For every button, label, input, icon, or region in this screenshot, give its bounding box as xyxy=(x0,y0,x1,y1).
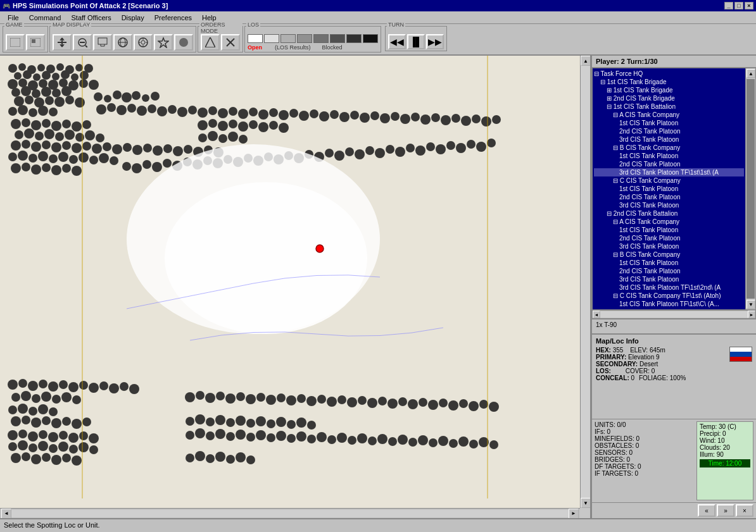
svg-point-167 xyxy=(153,145,163,156)
orders-x-btn[interactable] xyxy=(221,34,240,51)
game-btn-1[interactable] xyxy=(6,34,25,51)
scroll-horizontal-track[interactable] xyxy=(11,510,569,517)
orders-arrow-btn[interactable] xyxy=(201,34,220,51)
turn-pause-btn[interactable]: ▐▌ xyxy=(407,34,425,49)
svg-point-351 xyxy=(58,442,68,452)
oob-item-18[interactable]: ⊟ A CIS Tank Company xyxy=(594,218,744,226)
oob-item-12[interactable]: 3rd CIS Tank Platoon TF\1st\1st\ (A xyxy=(594,168,744,176)
svg-point-169 xyxy=(173,146,183,156)
oob-item-6[interactable]: 1st CIS Tank Platoon xyxy=(594,119,744,127)
oob-item-20[interactable]: 2nd CIS Tank Platoon xyxy=(594,234,744,242)
game-btn-2[interactable] xyxy=(26,34,45,51)
scroll-up-arrow[interactable]: ▲ xyxy=(581,56,591,66)
minimize-button[interactable]: _ xyxy=(724,2,733,9)
oob-item-17[interactable]: ⊟ 2nd CIS Tank Battalion xyxy=(594,209,744,218)
los-color-lightgray[interactable] xyxy=(264,34,279,43)
title-bar-controls[interactable]: _ □ × xyxy=(724,2,753,9)
oob-item-22[interactable]: ⊟ B CIS Tank Company xyxy=(594,251,744,259)
maximize-button[interactable]: □ xyxy=(734,2,743,9)
oob-scroll-down[interactable]: ▼ xyxy=(747,300,755,309)
oob-item-25[interactable]: 3rd CIS Tank Platoon xyxy=(594,275,744,283)
svg-point-141 xyxy=(35,132,44,140)
oob-hscrollbar[interactable]: ◄ ► xyxy=(592,310,756,319)
menu-preferences[interactable]: Preferences xyxy=(149,13,197,23)
svg-point-57 xyxy=(11,88,20,97)
oob-item-13[interactable]: ⊟ C CIS Tank Company xyxy=(594,176,744,185)
oob-item-27[interactable]: ⊟ C CIS Tank Company TF\1st\ (Atoh) xyxy=(594,292,744,300)
menu-display[interactable]: Display xyxy=(117,13,149,23)
svg-point-309 xyxy=(39,430,47,439)
map-area[interactable]: ▲ ▼ ◄ ► xyxy=(0,56,591,518)
los-color-black[interactable] xyxy=(363,34,378,43)
svg-point-40 xyxy=(14,72,22,80)
svg-point-156 xyxy=(42,140,51,149)
oob-item-26[interactable]: 3rd CIS Tank Platoon TF\1st\2nd\ (A xyxy=(594,283,744,292)
horizontal-scrollbar[interactable]: ◄ ► xyxy=(0,508,580,518)
turn-next-btn[interactable]: ▶▶ xyxy=(426,34,444,49)
scroll-left-arrow[interactable]: ◄ xyxy=(1,509,11,519)
oob-item-16[interactable]: 3rd CIS Tank Platoon xyxy=(594,201,744,209)
oob-item-9[interactable]: ⊟ B CIS Tank Company xyxy=(594,144,744,152)
svg-point-364 xyxy=(206,454,215,463)
los-color-gray3[interactable] xyxy=(330,34,345,43)
los-row: Open (LOS Results) Blocked xyxy=(248,34,378,51)
oob-item-4[interactable]: ⊟ 1st CIS Tank Battalion xyxy=(594,102,744,111)
svg-point-368 xyxy=(246,455,255,464)
oob-scrollbar[interactable]: ▲ ▼ xyxy=(745,68,755,309)
oob-item-21[interactable]: 3rd CIS Tank Platoon xyxy=(594,242,744,251)
oob-item-0[interactable]: ⊟ Task Force HQ xyxy=(594,70,744,78)
circle-btn[interactable] xyxy=(174,34,193,51)
oob-item-23[interactable]: 1st CIS Tank Platoon xyxy=(594,259,744,267)
target-btn[interactable] xyxy=(134,34,153,51)
oob-scroll-left[interactable]: ◄ xyxy=(593,311,600,318)
oob-item-7[interactable]: 2nd CIS Tank Platoon xyxy=(594,127,744,135)
oob-item-19[interactable]: 1st CIS Tank Platoon xyxy=(594,226,744,234)
oob-item-14[interactable]: 1st CIS Tank Platoon xyxy=(594,185,744,193)
oob-item-11[interactable]: 2nd CIS Tank Platoon xyxy=(594,160,744,168)
globe-btn[interactable] xyxy=(113,34,132,51)
oob-item-1[interactable]: ⊟ 1st CIS Tank Brigade xyxy=(594,78,744,86)
nav-prev-btn[interactable]: « xyxy=(698,504,715,517)
close-button[interactable]: × xyxy=(745,2,753,9)
oob-scroll-right[interactable]: ► xyxy=(748,311,755,318)
turn-prev-btn[interactable]: ◀◀ xyxy=(388,34,406,49)
oob-item-28[interactable]: 1st CIS Tank Platoon TF\1st\C\ (A... xyxy=(594,300,744,308)
main-content: ▲ ▼ ◄ ► xyxy=(0,56,756,518)
oob-item-24[interactable]: 2nd CIS Tank Platoon xyxy=(594,267,744,275)
oob-scroll-up[interactable]: ▲ xyxy=(747,69,755,78)
units-value: 0/0 xyxy=(617,421,626,428)
oob-item-15[interactable]: 2nd CIS Tank Platoon xyxy=(594,193,744,201)
svg-point-295 xyxy=(206,418,215,426)
svg-point-123 xyxy=(22,118,30,127)
scroll-right-arrow[interactable]: ► xyxy=(569,509,579,519)
svg-point-329 xyxy=(327,435,336,444)
oob-scroll-htrack[interactable] xyxy=(600,311,748,318)
scroll-vertical-track[interactable] xyxy=(581,66,590,498)
los-color-darkgray[interactable] xyxy=(346,34,362,43)
star-btn[interactable] xyxy=(154,34,173,51)
svg-point-184 xyxy=(110,156,118,165)
svg-point-124 xyxy=(31,120,41,130)
oob-item-2[interactable]: ⊞ 1st CIS Tank Brigade xyxy=(594,86,744,94)
svg-point-314 xyxy=(89,433,99,443)
los-color-gray2[interactable] xyxy=(313,34,329,43)
oob-item-8[interactable]: 3rd CIS Tank Platoon xyxy=(594,135,744,144)
svg-point-242 xyxy=(11,393,20,402)
scroll-center-btn[interactable] xyxy=(53,34,72,51)
oob-item-10[interactable]: 1st CIS Tank Platoon xyxy=(594,152,744,160)
oob-item-3[interactable]: ⊞ 2nd CIS Tank Brigade xyxy=(594,94,744,102)
nav-close-btn[interactable]: × xyxy=(736,504,753,517)
svg-point-354 xyxy=(89,445,98,454)
oob-tree[interactable]: ⊟ Task Force HQ⊟ 1st CIS Tank Brigade⊞ 1… xyxy=(593,68,745,309)
svg-point-216 xyxy=(365,146,374,155)
los-color-silver[interactable] xyxy=(280,34,296,43)
scroll-down-arrow[interactable]: ▼ xyxy=(581,498,591,508)
zoom-out-btn[interactable] xyxy=(73,34,92,51)
vertical-scrollbar[interactable]: ▲ ▼ xyxy=(580,56,590,508)
zoom-in-btn[interactable] xyxy=(93,34,112,51)
los-color-gray1[interactable] xyxy=(297,34,312,43)
nav-next-btn[interactable]: » xyxy=(717,504,734,517)
los-color-white[interactable] xyxy=(248,34,263,43)
oob-item-5[interactable]: ⊟ A CIS Tank Company xyxy=(594,111,744,119)
oob-scroll-track[interactable] xyxy=(747,79,755,299)
